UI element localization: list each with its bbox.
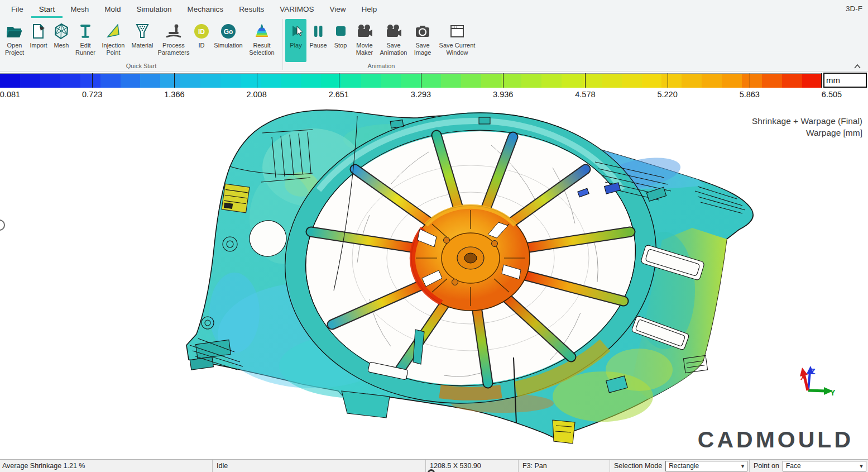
color-scale-band[interactable] (0, 73, 822, 88)
menu-file[interactable]: File (3, 0, 31, 18)
axis-x-label: X (800, 373, 805, 382)
color-scale-segment (321, 74, 341, 88)
color-scale-segment (40, 74, 60, 88)
color-scale-segment (421, 74, 441, 88)
color-scale-segment (60, 74, 80, 88)
selection-mode-dropdown[interactable]: Rectangle ▾ (665, 461, 747, 471)
button-label: Mesh (54, 42, 69, 49)
button-label: Injection Point (102, 42, 125, 56)
process-parameters-button[interactable]: Process Parameters (156, 19, 191, 62)
color-scale-tick (821, 73, 822, 88)
application-window: File Start Mesh Mold Simulation Mechanic… (0, 0, 868, 472)
color-scale-segment (381, 74, 401, 88)
pause-button[interactable]: Pause (306, 19, 330, 62)
color-scale-segment (0, 74, 20, 88)
color-scale-segment (100, 74, 121, 88)
color-scale-tick (257, 73, 257, 88)
play-icon (286, 21, 305, 41)
color-scale-segment (281, 74, 301, 88)
color-scale-segment (582, 74, 602, 88)
menu-simulation[interactable]: Simulation (129, 0, 180, 18)
color-scale-unit: mm (823, 73, 867, 88)
result-selection-button[interactable]: Result Selection (244, 19, 279, 62)
simulation-button[interactable]: Go Simulation (212, 19, 244, 62)
fan-shroud-model (0, 101, 868, 459)
color-scale-tick-label: 0.081 (0, 90, 20, 99)
button-label: Save Animation (380, 42, 407, 56)
ribbon-toolbar: Open Project Import Mesh (0, 18, 868, 71)
collapse-ribbon-chevron-icon[interactable] (853, 64, 861, 69)
color-scale-segment (200, 74, 220, 88)
color-scale-segment (562, 74, 582, 88)
color-scale-tick-label: 1.366 (164, 90, 184, 99)
pause-icon (309, 21, 328, 41)
menu-start[interactable]: Start (31, 0, 63, 18)
color-scale-segment (220, 74, 241, 88)
color-scale-tick-label: 6.505 (822, 90, 842, 99)
button-label: Material (131, 42, 153, 49)
ribbon-group-quick-start: Open Project Import Mesh (0, 18, 282, 71)
menu-varimos[interactable]: VARIMOS (272, 0, 322, 18)
menu-results[interactable]: Results (231, 0, 272, 18)
menu-mesh[interactable]: Mesh (63, 0, 97, 18)
color-scale-segment (301, 74, 321, 88)
material-button[interactable]: Material (128, 19, 156, 62)
play-button[interactable]: Play (285, 19, 306, 62)
color-scale-tick (503, 73, 503, 88)
color-scale-tick-label: 2.008 (246, 90, 266, 99)
result-layers-icon (252, 21, 271, 41)
motor-hub (411, 206, 530, 311)
color-scale-segment (541, 74, 562, 88)
result-annotation: Shrinkage + Warpage (Final) Warpage [mm] (752, 116, 862, 139)
save-image-button[interactable]: Save Image (409, 19, 436, 62)
color-scale-tick (750, 73, 750, 88)
save-animation-button[interactable]: Save Animation (378, 19, 409, 62)
axis-y-label: Y (830, 388, 835, 397)
color-scale-segment (441, 74, 461, 88)
color-scale-segment (762, 74, 782, 88)
3d-viewport[interactable]: Shrinkage + Warpage (Final) Warpage [mm]… (0, 101, 868, 459)
button-label: Open Project (5, 42, 24, 56)
status-bar: Average Shrinkage 1.21 % Idle 1208.5 X 5… (0, 459, 868, 472)
color-scale-segment (180, 74, 200, 88)
axis-z-label: Z (811, 367, 816, 376)
color-scale-tick (174, 73, 175, 88)
color-scale-tick (92, 73, 93, 88)
movie-camera-icon (384, 21, 403, 41)
stop-button[interactable]: Stop (330, 19, 351, 62)
menu-mold[interactable]: Mold (97, 0, 128, 18)
edit-runner-button[interactable]: Edit Runner (73, 19, 98, 62)
button-label: Stop (334, 42, 347, 49)
movie-maker-button[interactable]: Movie Maker (351, 19, 378, 62)
point-on-label: Point on (754, 462, 779, 470)
button-label: ID (199, 42, 205, 49)
point-on-dropdown[interactable]: Face ▾ (783, 461, 866, 471)
color-scale-tick (585, 73, 586, 88)
color-scale-segment (622, 74, 642, 88)
window-icon (448, 21, 467, 41)
status-coordinates: 1208.5 X 530.90 (425, 460, 518, 472)
color-scale-segment (481, 74, 501, 88)
save-current-window-button[interactable]: Save Current Window (436, 19, 478, 62)
id-button[interactable]: ID ID (191, 19, 212, 62)
selection-mode-value: Rectangle (669, 462, 699, 470)
menu-view[interactable]: View (322, 0, 353, 18)
button-label: Save Current Window (439, 42, 476, 56)
cadmould-logo: CADMOULD (698, 427, 853, 453)
menu-mechanics[interactable]: Mechanics (180, 0, 232, 18)
group-label-animation: Animation (283, 62, 479, 71)
import-button[interactable]: Import (27, 19, 50, 62)
menu-help[interactable]: Help (353, 0, 385, 18)
mesh-button[interactable]: Mesh (50, 19, 73, 62)
color-scale-tick-label: 0.723 (82, 90, 102, 99)
import-file-icon (29, 21, 48, 41)
button-label: Edit Runner (75, 42, 95, 56)
status-shrinkage: Average Shrinkage 1.21 % (0, 460, 212, 472)
open-project-button[interactable]: Open Project (2, 19, 27, 62)
window-mode-tag: 3D-F (846, 4, 862, 13)
mesh-wireframe-icon (52, 21, 71, 41)
color-scale-segment (261, 74, 281, 88)
button-label: Simulation (214, 42, 242, 49)
button-label: Play (290, 42, 301, 49)
injection-point-button[interactable]: Injection Point (98, 19, 128, 62)
